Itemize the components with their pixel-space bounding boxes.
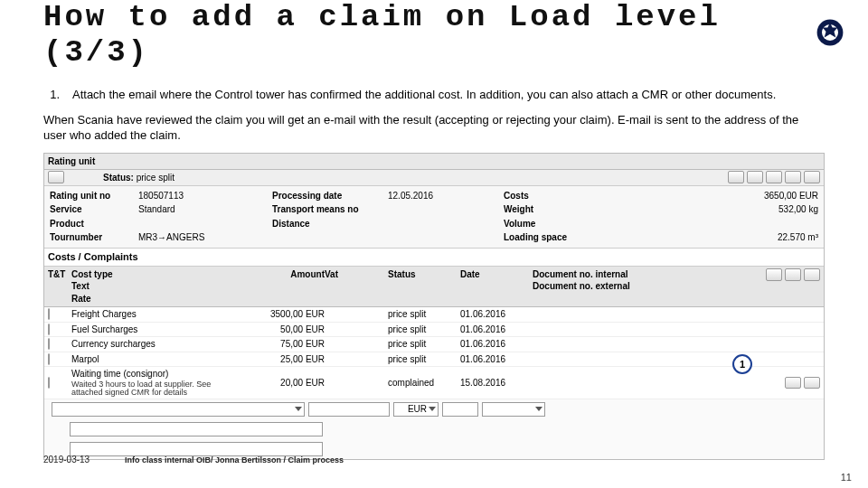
vat-input[interactable] xyxy=(442,402,478,417)
key-value-grid: Rating unit no180507113 Processing date1… xyxy=(44,186,824,249)
toolbar-button[interactable] xyxy=(747,171,763,183)
status-select[interactable] xyxy=(482,402,545,417)
attach-button[interactable] xyxy=(785,377,801,389)
toolbar-button[interactable] xyxy=(766,171,782,183)
costs-table-header: T&T Cost typeTextRate Amount Vat Status … xyxy=(44,267,824,308)
page-number: 11 xyxy=(841,472,852,483)
toolbar-button[interactable] xyxy=(728,171,744,183)
header-button[interactable] xyxy=(766,268,782,281)
callout-1: 1 xyxy=(732,354,752,374)
footer-date: 2019-03-13 xyxy=(43,455,125,465)
currency-select[interactable]: EUR xyxy=(393,402,439,417)
text-input[interactable] xyxy=(70,422,323,436)
delete-button[interactable] xyxy=(804,377,820,389)
header-button[interactable] xyxy=(804,268,820,281)
table-row: Currency surcharges 75,00 EUR price spli… xyxy=(44,337,824,352)
cost-type-select[interactable] xyxy=(52,402,305,417)
footer-info: Info class internal OIB/ Jonna Bertilsso… xyxy=(125,455,344,465)
row-button[interactable] xyxy=(48,308,50,320)
row-button[interactable] xyxy=(48,377,50,389)
panel-title: Rating unit xyxy=(48,155,95,168)
table-row: Marpol 25,00 EUR price split 01.06.2016 xyxy=(44,352,824,368)
add-cost-form: EUR xyxy=(44,399,824,419)
toolbar-button[interactable] xyxy=(48,171,64,183)
slide-footer: 2019-03-13 Info class internal OIB/ Jonn… xyxy=(43,455,825,465)
header-button[interactable] xyxy=(785,268,801,281)
row-button[interactable] xyxy=(48,353,50,365)
table-row: Fuel Surcharges 50,00 EUR price split 01… xyxy=(44,323,824,338)
table-row: Waiting time (consignor)Waited 3 hours t… xyxy=(44,367,824,399)
row-button[interactable] xyxy=(48,324,50,335)
row-button[interactable] xyxy=(48,338,50,350)
table-row: Freight Charges 3500,00 EUR price split … xyxy=(44,307,824,323)
slide-title: How to add a claim on Load level (3/3) xyxy=(43,0,825,70)
scania-logo xyxy=(814,16,846,49)
amount-input[interactable] xyxy=(308,402,390,417)
toolbar-button[interactable] xyxy=(785,171,801,183)
step-text: Attach the email where the Control tower… xyxy=(72,87,776,103)
step-number: 1. xyxy=(43,87,60,103)
body-paragraph: When Scania have reviewed the claim you … xyxy=(43,112,825,144)
section-costs: Costs / Complaints xyxy=(44,249,824,267)
screenshot-panel: Rating unit Status: price split Rating u… xyxy=(43,153,825,460)
toolbar-button[interactable] xyxy=(804,171,820,183)
panel-header: Rating unit xyxy=(44,154,824,170)
panel-toolbar: Status: price split xyxy=(44,170,824,186)
